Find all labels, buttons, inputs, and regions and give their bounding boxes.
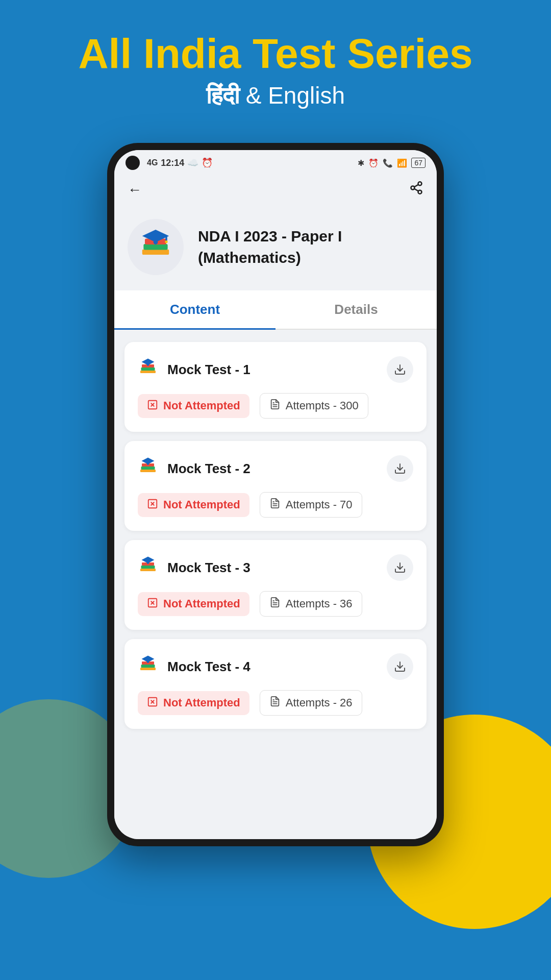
svg-rect-5	[142, 250, 169, 255]
test-4-icon	[138, 654, 158, 679]
test-card-4-header: Mock Test - 4	[138, 653, 413, 680]
weather-icon: ☁️	[187, 157, 198, 168]
not-attempted-icon-2	[147, 498, 158, 512]
attempts-icon-1	[269, 399, 281, 413]
svg-rect-25	[140, 470, 156, 472]
test-3-footer: Not Attempted	[138, 591, 413, 617]
test-card-3-left: Mock Test - 3	[138, 555, 251, 580]
sub-title: हिंदी & English	[10, 82, 541, 110]
battery-indicator: 67	[411, 158, 425, 168]
status-time: 12:14	[161, 158, 184, 168]
svg-point-42	[147, 562, 149, 564]
test-4-attempts-badge: Attempts - 26	[260, 690, 362, 716]
test-2-attempts-badge: Attempts - 70	[260, 492, 362, 518]
camera-dot	[126, 156, 140, 170]
test-4-name: Mock Test - 4	[167, 659, 251, 675]
svg-rect-37	[140, 569, 156, 571]
test-2-status-text: Not Attempted	[163, 498, 240, 511]
test-2-icon	[138, 456, 158, 481]
test-1-icon	[138, 357, 158, 382]
test-card-3[interactable]: Mock Test - 3	[124, 540, 427, 630]
content-area: Mock Test - 1	[114, 330, 437, 741]
phone-container: 4G 12:14 ☁️ ⏰ ✱ ⏰ 📞 📶 67 ←	[107, 143, 444, 846]
svg-rect-50	[141, 665, 155, 668]
status-bar: 4G 12:14 ☁️ ⏰ ✱ ⏰ 📞 📶 67	[114, 150, 437, 176]
test-card-2-header: Mock Test - 2	[138, 455, 413, 482]
course-title: NDA I 2023 - Paper I (Mathematics)	[198, 226, 423, 268]
test-card-1[interactable]: Mock Test - 1	[124, 342, 427, 432]
test-1-download-button[interactable]	[387, 356, 413, 383]
test-1-attempts-badge: Attempts - 300	[260, 393, 368, 419]
attempts-icon-3	[269, 597, 281, 611]
tabs-container: Content Details	[114, 290, 437, 330]
wifi-icon: 📶	[397, 158, 407, 168]
test-2-name: Mock Test - 2	[167, 461, 251, 477]
tab-content[interactable]: Content	[114, 290, 276, 329]
test-card-1-left: Mock Test - 1	[138, 357, 251, 382]
svg-rect-14	[141, 368, 155, 371]
attempts-icon-4	[269, 696, 281, 710]
svg-point-12	[165, 240, 167, 243]
svg-point-10	[154, 240, 158, 244]
test-3-status-text: Not Attempted	[163, 597, 240, 610]
status-bar-left: 4G 12:14 ☁️ ⏰	[126, 156, 213, 170]
bluetooth-icon: ✱	[358, 158, 364, 168]
svg-line-3	[414, 189, 418, 191]
test-3-name: Mock Test - 3	[167, 560, 251, 576]
svg-rect-6	[143, 244, 167, 250]
svg-rect-49	[140, 668, 156, 670]
status-bar-right: ✱ ⏰ 📞 📶 67	[358, 158, 425, 168]
test-card-3-header: Mock Test - 3	[138, 554, 413, 581]
test-1-name: Mock Test - 1	[167, 362, 251, 378]
attempts-icon-2	[269, 498, 281, 512]
svg-point-30	[147, 463, 149, 465]
subtitle-hindi: हिंदी	[206, 82, 239, 109]
test-1-status-badge: Not Attempted	[138, 394, 249, 418]
test-1-attempts-text: Attempts - 300	[286, 399, 359, 412]
test-2-status-badge: Not Attempted	[138, 493, 249, 517]
test-card-1-header: Mock Test - 1	[138, 356, 413, 383]
not-attempted-icon-3	[147, 597, 158, 611]
test-card-2[interactable]: Mock Test - 2	[124, 441, 427, 531]
course-icon	[138, 226, 173, 268]
test-2-footer: Not Attempted	[138, 492, 413, 518]
test-3-attempts-text: Attempts - 36	[286, 597, 353, 610]
call-icon: 📞	[383, 158, 393, 168]
test-3-download-button[interactable]	[387, 554, 413, 581]
header-section: All India Test Series हिंदी & English	[0, 0, 551, 125]
share-button[interactable]	[409, 181, 423, 199]
test-2-download-button[interactable]	[387, 455, 413, 482]
test-card-4[interactable]: Mock Test - 4	[124, 639, 427, 729]
svg-rect-13	[140, 371, 156, 373]
top-nav: ←	[114, 176, 437, 209]
not-attempted-icon-1	[147, 399, 158, 413]
alarm-icon: ⏰	[202, 157, 213, 168]
test-4-download-button[interactable]	[387, 653, 413, 680]
phone-screen: 4G 12:14 ☁️ ⏰ ✱ ⏰ 📞 📶 67 ←	[114, 150, 437, 839]
svg-rect-26	[141, 467, 155, 470]
test-3-icon	[138, 555, 158, 580]
test-4-attempts-text: Attempts - 26	[286, 696, 353, 709]
not-attempted-icon-4	[147, 696, 158, 710]
test-4-footer: Not Attempted	[138, 690, 413, 716]
test-2-attempts-text: Attempts - 70	[286, 498, 353, 511]
course-icon-wrap	[128, 219, 184, 275]
subtitle-eng: & English	[246, 82, 345, 109]
test-card-2-left: Mock Test - 2	[138, 456, 251, 481]
svg-point-18	[147, 364, 149, 366]
test-card-4-left: Mock Test - 4	[138, 654, 251, 679]
back-button[interactable]: ←	[128, 182, 142, 198]
app-content: ←	[114, 176, 437, 839]
course-header: NDA I 2023 - Paper I (Mathematics)	[114, 209, 437, 290]
test-3-attempts-badge: Attempts - 36	[260, 591, 362, 617]
svg-line-4	[414, 185, 418, 187]
svg-point-54	[147, 661, 149, 663]
signal-indicator: 4G	[147, 158, 158, 167]
alarm-icon-right: ⏰	[368, 158, 379, 168]
svg-rect-38	[141, 566, 155, 569]
phone-frame: 4G 12:14 ☁️ ⏰ ✱ ⏰ 📞 📶 67 ←	[107, 143, 444, 846]
test-3-status-badge: Not Attempted	[138, 592, 249, 616]
test-4-status-text: Not Attempted	[163, 696, 240, 709]
test-4-status-badge: Not Attempted	[138, 691, 249, 715]
tab-details[interactable]: Details	[276, 290, 437, 329]
